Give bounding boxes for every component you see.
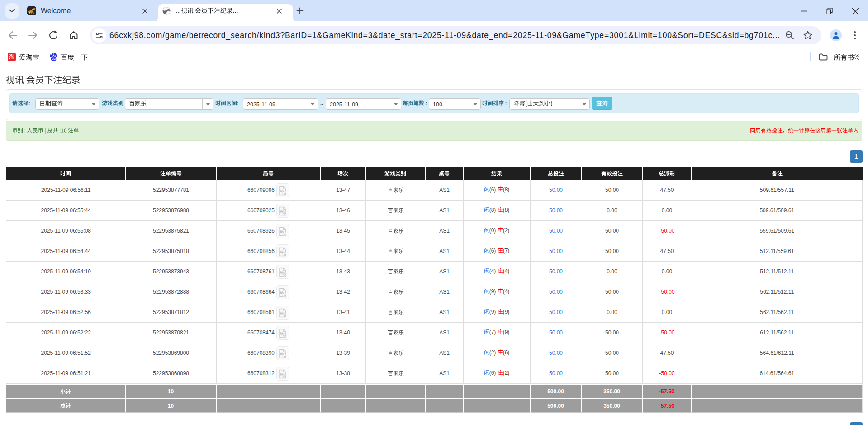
svg-text:du: du	[52, 57, 56, 60]
